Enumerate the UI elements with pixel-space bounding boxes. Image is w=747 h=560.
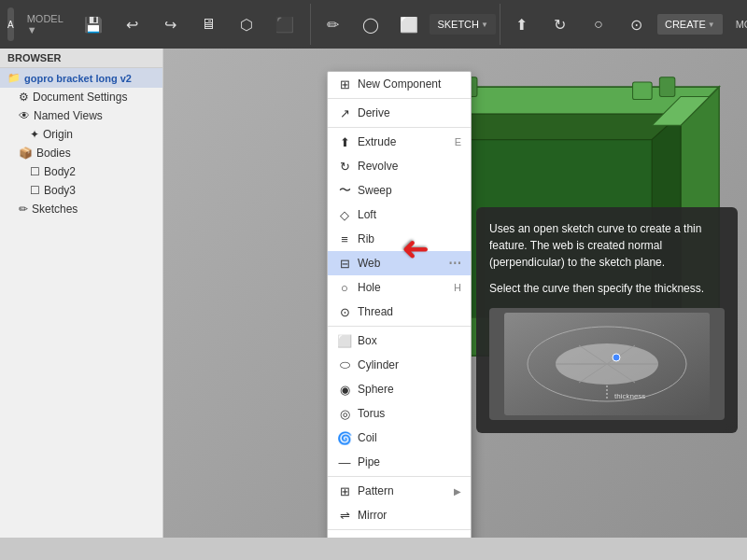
modify-menu[interactable]: MODIFY ▼ [728,14,747,35]
separator-4 [328,476,471,477]
browser-sketches[interactable]: ✏ Sketches [0,200,162,218]
derive-icon: ↗ [337,105,352,120]
browser-project-section[interactable]: 📁 gopro bracket long v2 [0,68,162,88]
menu-cylinder[interactable]: ⬭ Cylinder [328,353,471,377]
menu-new-component[interactable]: ⊞ New Component [328,72,471,96]
hole-label: Hole [358,281,448,294]
new-component-icon: ⊞ [337,77,352,91]
menu-web[interactable]: ⊟ Web ⋯ [328,251,471,275]
svg-rect-12 [633,82,653,100]
create-menu[interactable]: CREATE ▼ [657,14,723,35]
solid-icon: ⬛ [275,16,294,34]
origin-label: Origin [43,128,155,141]
menu-torus[interactable]: ◎ Torus [328,401,471,426]
sketch-menu[interactable]: SKETCH ▼ [430,14,496,35]
svg-point-20 [613,354,620,361]
menu-thicken[interactable]: ⬛ Thicken [328,532,471,538]
thread-icon: ⊙ [630,16,642,34]
3d-viewport[interactable]: ⊞ New Component ↗ Derive ⬆ Extrude E ↻ R… [163,49,747,538]
mirror-label: Mirror [358,509,461,522]
hole-btn[interactable]: ○ [581,4,616,45]
settings-icon: ⚙ [19,91,29,104]
sketches-icon: ✏ [19,203,28,216]
svg-rect-13 [659,77,674,97]
hole-icon: ○ [594,16,603,33]
pattern-icon: ⊞ [337,483,352,498]
box-icon: ⬜ [337,333,352,348]
redo-button[interactable]: ↪ [152,4,188,45]
loft-icon: ◇ [337,207,352,222]
menu-box[interactable]: ⬜ Box [328,329,471,353]
extrude-dd-icon: ⬆ [337,134,352,149]
menu-thread[interactable]: ⊙ Thread [328,300,471,324]
new-component-label: New Component [358,77,461,91]
sketch-btn-3[interactable]: ⬜ [391,4,427,45]
browser-settings[interactable]: ⚙ Document Settings [0,88,162,106]
revolve-icon: ↻ [554,16,566,34]
box-label: Box [358,334,461,347]
rect-icon: ⬜ [400,16,418,34]
body2-label: Body2 [44,165,155,178]
browser-bodies[interactable]: 📦 Bodies [0,144,162,162]
torus-icon: ◎ [337,406,352,421]
tooltip-pointer-arrow: ➜ [402,231,430,270]
menu-mirror[interactable]: ⇌ Mirror [328,503,471,527]
bodies-label: Bodies [36,147,155,160]
app-logo: A [7,7,14,41]
folder-icon: 📁 [7,72,21,84]
extrude-btn[interactable]: ⬆ [504,4,540,45]
menu-pattern[interactable]: ⊞ Pattern ▶ [328,479,471,503]
revolve-btn[interactable]: ↻ [543,4,578,45]
sketch-btn-2[interactable]: ◯ [353,4,388,45]
sweep-icon: 〜 [337,183,352,198]
browser-body2[interactable]: ☐ Body2 [0,162,162,181]
undo-button[interactable]: ↩ [114,4,149,45]
menu-hole[interactable]: ○ Hole H [328,275,471,300]
browser-named-views[interactable]: 👁 Named Views [0,106,162,125]
separator-5 [328,529,471,530]
redo-icon: ↪ [164,16,176,34]
menu-sphere[interactable]: ◉ Sphere [328,377,471,401]
menu-revolve[interactable]: ↻ Revolve [328,154,471,178]
bodies-icon: 📦 [19,147,33,160]
thicken-icon: ⬛ [337,537,352,538]
separator-2 [328,127,471,128]
revolve-dd-icon: ↻ [337,159,352,174]
browser-origin[interactable]: ✦ Origin [0,125,162,144]
torus-label: Torus [358,407,461,420]
body3-icon: ☐ [30,184,40,197]
mesh-button[interactable]: ⬡ [229,4,264,45]
menu-coil[interactable]: 🌀 Coil [328,426,471,450]
pattern-arrow: ▶ [454,486,461,497]
view-icon: 🖥 [201,16,216,33]
extrude-icon: ⬆ [515,16,528,34]
sweep-label: Sweep [358,184,461,197]
hole-key: H [454,282,461,293]
save-button[interactable]: 💾 [76,4,111,45]
menu-loft[interactable]: ◇ Loft [328,203,471,227]
browser-body3[interactable]: ☐ Body3 [0,181,162,200]
model-menu[interactable]: MODEL ▼ [20,14,71,35]
sketch-btn-1[interactable]: ✏ [315,4,350,45]
coil-label: Coil [358,431,461,444]
thread-dd-icon: ⊙ [337,304,352,319]
sphere-label: Sphere [358,383,461,396]
menu-extrude[interactable]: ⬆ Extrude E [328,130,471,154]
solid-button[interactable]: ⬛ [267,4,303,45]
create-dropdown: ⊞ New Component ↗ Derive ⬆ Extrude E ↻ R… [327,71,472,538]
hole-dd-icon: ○ [337,280,352,295]
menu-rib[interactable]: ≡ Rib [328,227,471,251]
circle-icon: ◯ [362,16,379,34]
settings-label: Document Settings [33,91,155,104]
sketches-label: Sketches [32,203,155,216]
view-button[interactable]: 🖥 [190,4,226,45]
line-icon: ✏ [327,16,339,34]
web-icon: ⊟ [337,256,352,271]
menu-pipe[interactable]: — Pipe [328,450,471,474]
create-group: ⬆ ↻ ○ ⊙ CREATE ▼ [500,4,723,45]
menu-derive[interactable]: ↗ Derive [328,101,471,125]
menu-sweep[interactable]: 〜 Sweep [328,178,471,203]
derive-label: Derive [358,106,461,119]
thread-btn[interactable]: ⊙ [619,4,655,45]
rib-icon: ≡ [337,231,352,246]
